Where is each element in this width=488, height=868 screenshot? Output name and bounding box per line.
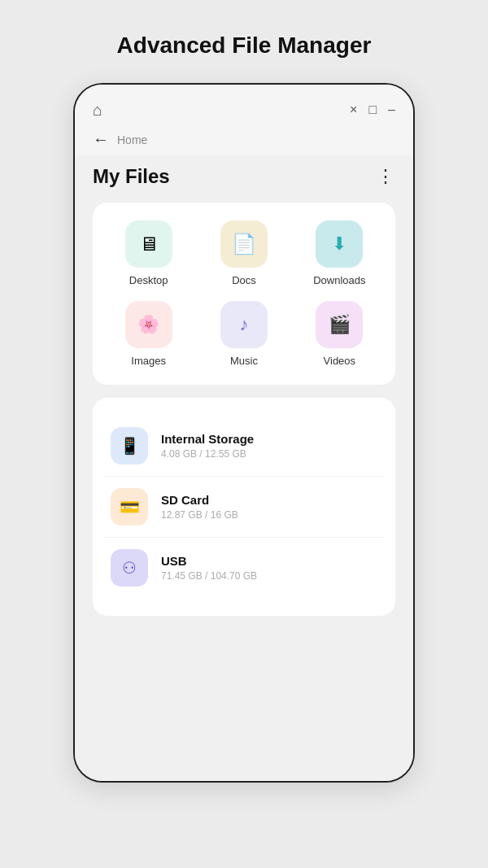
folder-item-videos[interactable]: 🎬 Videos	[295, 301, 384, 367]
storage-item-internal[interactable]: 📱 Internal Storage 4.08 GB / 12.55 GB	[104, 416, 384, 477]
music-icon-wrap: ♪	[220, 301, 268, 348]
usb-size: 71.45 GB / 104.70 GB	[161, 570, 257, 582]
window-controls: × □ –	[350, 103, 395, 117]
videos-icon-wrap: 🎬	[316, 301, 363, 348]
storage-list: 📱 Internal Storage 4.08 GB / 12.55 GB 💳 …	[104, 416, 384, 598]
downloads-icon: ⬇	[332, 233, 346, 255]
videos-icon: 🎬	[329, 314, 351, 335]
nav-bar: ← Home	[75, 125, 413, 155]
sdcard-size: 12.87 GB / 16 GB	[161, 509, 238, 521]
sdcard-icon-wrap: 💳	[111, 488, 148, 526]
music-icon: ♪	[239, 314, 248, 335]
sdcard-name: SD Card	[161, 493, 238, 507]
downloads-label: Downloads	[313, 274, 365, 286]
content-area: My Files ⋮ 🖥 Desktop 📄	[75, 155, 413, 781]
back-button[interactable]: ←	[93, 130, 109, 149]
desktop-label: Desktop	[129, 274, 168, 286]
maximize-button[interactable]: □	[368, 103, 377, 117]
usb-icon-wrap: ⚇	[111, 549, 148, 587]
docs-icon: 📄	[232, 233, 256, 255]
images-icon: 🌸	[137, 314, 159, 335]
content-header: My Files ⋮	[93, 165, 395, 188]
section-title: My Files	[93, 165, 170, 188]
folder-grid: 🖥 Desktop 📄 Docs ⬇ Down	[104, 220, 384, 367]
internal-storage-icon-wrap: 📱	[111, 427, 148, 465]
storage-item-usb[interactable]: ⚇ USB 71.45 GB / 104.70 GB	[104, 538, 384, 598]
internal-storage-name: Internal Storage	[161, 432, 254, 446]
internal-storage-info: Internal Storage 4.08 GB / 12.55 GB	[161, 432, 254, 460]
sdcard-icon: 💳	[120, 497, 140, 517]
storage-card: 📱 Internal Storage 4.08 GB / 12.55 GB 💳 …	[93, 398, 395, 616]
minimize-button[interactable]: –	[388, 103, 395, 117]
close-button[interactable]: ×	[350, 103, 357, 117]
phone-titlebar: ⌂ × □ –	[75, 85, 413, 125]
docs-label: Docs	[232, 274, 256, 286]
folder-item-desktop[interactable]: 🖥 Desktop	[104, 220, 193, 286]
usb-info: USB 71.45 GB / 104.70 GB	[161, 554, 257, 582]
folder-item-music[interactable]: ♪ Music	[199, 301, 288, 367]
desktop-icon: 🖥	[139, 233, 159, 255]
more-options-button[interactable]: ⋮	[377, 166, 395, 187]
downloads-icon-wrap: ⬇	[316, 220, 363, 268]
internal-storage-icon: 📱	[120, 436, 140, 456]
nav-label: Home	[117, 133, 147, 146]
music-label: Music	[230, 355, 258, 367]
desktop-icon-wrap: 🖥	[125, 220, 172, 268]
images-label: Images	[131, 355, 166, 367]
docs-icon-wrap: 📄	[220, 220, 268, 268]
phone-frame: ⌂ × □ – ← Home My Files ⋮	[73, 83, 415, 783]
usb-name: USB	[161, 554, 257, 568]
storage-item-sdcard[interactable]: 💳 SD Card 12.87 GB / 16 GB	[104, 477, 384, 538]
folder-item-downloads[interactable]: ⬇ Downloads	[295, 220, 384, 286]
usb-icon: ⚇	[122, 558, 137, 578]
sdcard-info: SD Card 12.87 GB / 16 GB	[161, 493, 238, 521]
folder-card: 🖥 Desktop 📄 Docs ⬇ Down	[93, 203, 395, 385]
page-title: Advanced File Manager	[117, 33, 372, 59]
videos-label: Videos	[324, 355, 356, 367]
home-icon[interactable]: ⌂	[93, 101, 102, 120]
images-icon-wrap: 🌸	[125, 301, 172, 348]
folder-item-docs[interactable]: 📄 Docs	[199, 220, 288, 286]
folder-item-images[interactable]: 🌸 Images	[104, 301, 193, 367]
page-wrapper: Advanced File Manager ⌂ × □ – ← Home My …	[0, 0, 488, 868]
internal-storage-size: 4.08 GB / 12.55 GB	[161, 448, 254, 460]
